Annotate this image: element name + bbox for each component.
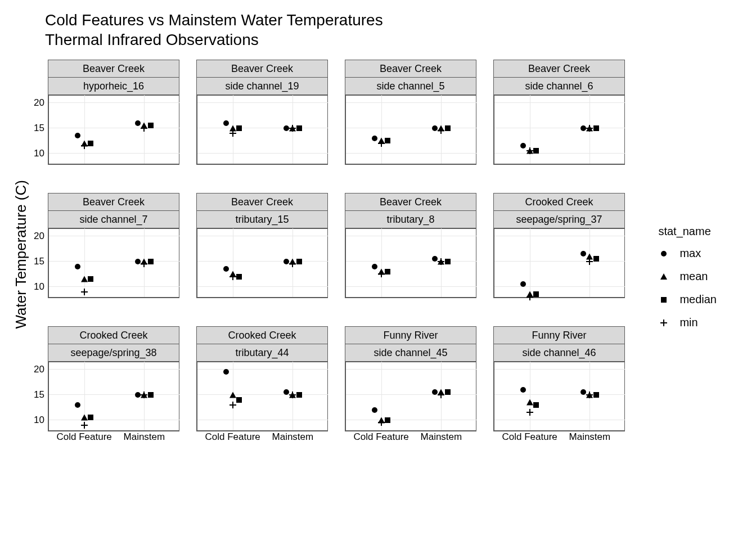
legend-label: median: [680, 293, 717, 306]
point-max: [284, 389, 289, 395]
strip-bottom: tributary_44: [196, 344, 328, 362]
x-tick-label: Cold Feature: [353, 431, 408, 443]
point-median: [445, 125, 451, 131]
strip-top: Funny River: [493, 326, 625, 344]
strip-bottom: side channel_7: [48, 211, 179, 228]
strip-top: Beaver Creek: [48, 60, 179, 78]
point-median: [533, 291, 539, 297]
point-min: [289, 260, 296, 267]
y-ticks: 101520: [22, 95, 44, 164]
facet-row: Beaver Creekhyporheic_16101520Beaver Cre…: [48, 60, 625, 165]
legend-label: min: [680, 316, 698, 329]
point-max: [223, 369, 229, 375]
point-min: [378, 271, 385, 277]
point-median: [533, 402, 539, 408]
point-median: [236, 274, 242, 280]
strip-bottom: seepage/spring_37: [493, 211, 625, 228]
panel: Funny Riverside channel_46Cold FeatureMa…: [493, 326, 625, 431]
point-max: [284, 259, 289, 264]
point-min: [438, 392, 444, 398]
panel: Crooked Creekseepage/spring_38101520Cold…: [48, 326, 179, 431]
legend-item-min: min: [658, 316, 717, 329]
strip-top: Beaver Creek: [345, 60, 476, 78]
point-min: [230, 273, 236, 280]
panel: Beaver Creekside channel_6: [493, 60, 625, 165]
panel: Beaver Creekside channel_7101520: [48, 193, 179, 298]
strip-top: Beaver Creek: [493, 60, 625, 78]
y-tick-label: 20: [22, 231, 44, 242]
y-ticks: 101520: [22, 362, 44, 430]
strip-top: Crooked Creek: [493, 193, 625, 211]
plot-area: 101520: [48, 95, 179, 165]
plot-area: [493, 228, 625, 298]
min-icon: [658, 317, 669, 328]
strip-top: Beaver Creek: [196, 193, 328, 211]
x-tick-label: Mainstem: [569, 431, 611, 443]
point-median: [236, 397, 242, 403]
y-tick-label: 15: [22, 389, 44, 400]
point-max: [223, 120, 229, 126]
y-tick-label: 15: [22, 256, 44, 267]
point-min: [289, 125, 296, 132]
y-tick-label: 15: [22, 123, 44, 134]
point-max: [580, 251, 586, 256]
x-tick-label: Mainstem: [124, 431, 165, 443]
strip-top: Funny River: [345, 326, 476, 344]
point-min: [378, 140, 385, 147]
y-tick-label: 20: [22, 97, 44, 109]
point-max: [520, 387, 526, 393]
legend-item-max: max: [658, 247, 717, 260]
point-min: [526, 409, 533, 416]
legend-item-mean: mean: [658, 270, 717, 283]
strip-bottom: side channel_45: [345, 344, 476, 362]
legend-label: max: [680, 247, 701, 260]
point-median: [385, 138, 390, 143]
point-median: [148, 259, 154, 264]
point-min: [81, 422, 88, 429]
panel: Beaver Creekside channel_19: [196, 60, 328, 165]
point-median: [385, 417, 390, 423]
strip-bottom: tributary_8: [345, 211, 476, 228]
y-tick-label: 20: [22, 364, 44, 375]
point-max: [432, 125, 438, 131]
point-min: [526, 147, 533, 154]
strip-top: Beaver Creek: [48, 193, 179, 211]
strip-top: Beaver Creek: [345, 193, 476, 211]
point-median: [445, 259, 451, 264]
plot-area: Cold FeatureMainstem: [493, 362, 625, 431]
point-min: [81, 289, 88, 295]
point-median: [296, 259, 302, 264]
point-median: [88, 415, 93, 420]
y-ticks: 101520: [22, 228, 44, 297]
plot-area: [196, 228, 328, 298]
plot-area: Cold FeatureMainstem: [196, 362, 328, 431]
point-median: [88, 141, 93, 146]
point-min: [586, 258, 593, 265]
point-mean: [81, 276, 88, 282]
point-max: [432, 389, 438, 395]
strip-top: Crooked Creek: [196, 326, 328, 344]
x-tick-label: Mainstem: [272, 431, 314, 443]
panel: Beaver Creekhyporheic_16101520: [48, 60, 179, 165]
point-median: [385, 269, 390, 274]
point-max: [580, 125, 586, 131]
point-min: [141, 260, 147, 267]
chart-title: Cold Features vs Mainstem Water Temperat…: [45, 10, 383, 50]
strip-top: Beaver Creek: [196, 60, 328, 78]
legend-label: mean: [680, 270, 708, 283]
plot-area: [345, 95, 476, 165]
point-max: [284, 125, 289, 131]
point-median: [296, 125, 302, 131]
point-max: [520, 143, 526, 148]
point-min: [378, 419, 385, 426]
x-tick-label: Cold Feature: [502, 431, 557, 443]
strip-top: Crooked Creek: [48, 326, 179, 344]
strip-bottom: tributary_15: [196, 211, 328, 228]
point-mean: [230, 392, 236, 398]
point-max: [372, 264, 377, 269]
y-tick-label: 10: [22, 281, 44, 292]
point-min: [230, 402, 236, 408]
point-min: [438, 258, 444, 265]
point-median: [593, 256, 599, 262]
strip-bottom: seepage/spring_38: [48, 344, 179, 362]
